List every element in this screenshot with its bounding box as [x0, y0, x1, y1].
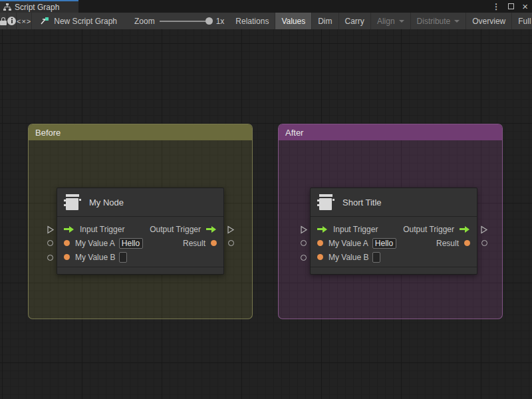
value-b-port[interactable]: My Value B — [317, 253, 368, 262]
node-header[interactable]: My Node — [57, 188, 223, 217]
port-row-triggers: Input Trigger Output Trigger — [64, 222, 217, 236]
relations-toggle[interactable]: Relations — [229, 13, 275, 29]
hierarchy-icon — [3, 3, 11, 11]
value-a-input[interactable] — [372, 238, 396, 249]
value-b-input[interactable] — [119, 252, 127, 263]
group-after-label: After — [285, 128, 303, 138]
align-dropdown[interactable]: Align — [371, 13, 411, 29]
unit-node-icon — [64, 194, 81, 210]
relations-label: Relations — [235, 17, 269, 26]
input-trigger-port[interactable]: Input Trigger — [317, 225, 378, 234]
result-port[interactable]: Result — [183, 239, 217, 248]
output-trigger-label: Output Trigger — [150, 225, 201, 234]
value-port-icon — [464, 240, 470, 246]
value-b-label: My Value B — [329, 253, 368, 262]
output-trigger-label: Output Trigger — [403, 225, 454, 234]
external-result-port[interactable] — [228, 240, 234, 246]
dim-toggle[interactable]: Dim — [312, 13, 338, 29]
external-value-b-port[interactable] — [301, 255, 307, 261]
external-value-a-port[interactable] — [47, 240, 53, 246]
flow-arrow-icon — [460, 226, 470, 233]
result-port[interactable]: Result — [436, 239, 470, 248]
value-port-icon — [64, 254, 70, 260]
value-port-icon — [64, 240, 70, 246]
node-title: Short Title — [342, 198, 382, 207]
graph-canvas[interactable]: Before After My Node Input Tri — [0, 29, 532, 399]
flow-arrow-icon — [317, 226, 328, 233]
zoom-slider[interactable] — [160, 21, 211, 22]
port-row-value-b: My Value B — [317, 250, 470, 264]
external-trigger-in-port[interactable] — [300, 225, 308, 237]
output-trigger-port[interactable]: Output Trigger — [150, 225, 217, 234]
external-value-b-port[interactable] — [47, 255, 53, 261]
group-before-header[interactable]: Before — [29, 124, 252, 140]
unit-node-icon — [317, 194, 334, 210]
input-trigger-port[interactable]: Input Trigger — [64, 225, 124, 234]
port-row-value-b: My Value B — [64, 250, 217, 264]
carry-toggle[interactable]: Carry — [339, 13, 371, 29]
chevron-down-icon — [454, 20, 460, 23]
value-a-label: My Value A — [329, 239, 368, 248]
window-menu-icon[interactable]: ⋮ — [492, 3, 500, 11]
info-icon — [7, 17, 16, 25]
port-row-value-a: My Value A Result — [64, 236, 217, 250]
zoom-control: Zoom 1x — [134, 13, 224, 29]
node-short-title[interactable]: Short Title Input Trigger Output Trigger — [310, 188, 477, 275]
value-port-icon — [317, 240, 323, 246]
close-icon[interactable]: × — [522, 1, 528, 11]
carry-label: Carry — [345, 17, 364, 26]
code-icon: <×> — [17, 17, 31, 25]
node-footer — [57, 267, 223, 274]
external-value-a-port[interactable] — [301, 240, 307, 246]
fullscreen-label: Full Screen — [518, 17, 532, 26]
input-trigger-label: Input Trigger — [80, 225, 124, 234]
group-after-header[interactable]: After — [279, 124, 502, 140]
overview-label: Overview — [472, 17, 505, 26]
lock-button[interactable] — [0, 13, 7, 29]
info-button[interactable] — [7, 13, 17, 29]
external-trigger-in-port[interactable] — [47, 225, 55, 237]
maximize-icon[interactable] — [508, 3, 514, 9]
value-a-port[interactable]: My Value A — [64, 239, 115, 248]
flow-arrow-icon — [64, 226, 74, 233]
value-a-label: My Value A — [75, 239, 115, 248]
script-graph-window: Script Graph ⋮ × <×> New Script Graph Zo… — [0, 0, 532, 399]
values-toggle[interactable]: Values — [275, 13, 312, 29]
window-controls: ⋮ × — [492, 0, 528, 13]
external-result-port[interactable] — [481, 240, 487, 246]
value-a-input[interactable] — [119, 238, 143, 249]
overview-button[interactable]: Overview — [466, 13, 512, 29]
node-ports: Input Trigger Output Trigger My Value A … — [57, 217, 223, 267]
graph-toolbar: <×> New Script Graph Zoom 1x Relations V… — [0, 13, 532, 29]
output-trigger-port[interactable]: Output Trigger — [403, 225, 470, 234]
result-label: Result — [436, 239, 459, 248]
values-label: Values — [281, 17, 305, 26]
value-port-icon — [211, 240, 217, 246]
external-trigger-out-port[interactable] — [227, 225, 235, 237]
tab-script-graph[interactable]: Script Graph — [0, 0, 78, 13]
node-footer — [311, 267, 477, 274]
value-b-label: My Value B — [75, 253, 115, 262]
code-view-button[interactable]: <×> — [17, 13, 32, 29]
fullscreen-button[interactable]: Full Screen — [512, 13, 532, 29]
distribute-label: Distribute — [417, 17, 451, 26]
node-my-node[interactable]: My Node Input Trigger Output Trigger — [57, 188, 224, 275]
node-title: My Node — [89, 198, 124, 207]
port-row-value-a: My Value A Result — [317, 236, 470, 250]
graph-name: New Script Graph — [32, 13, 124, 29]
port-row-triggers: Input Trigger Output Trigger — [317, 222, 470, 236]
graph-name-label: New Script Graph — [54, 17, 117, 26]
external-trigger-out-port[interactable] — [480, 225, 488, 237]
value-a-port[interactable]: My Value A — [317, 239, 368, 248]
value-b-input[interactable] — [372, 252, 380, 263]
lock-icon — [0, 17, 7, 25]
result-label: Result — [183, 239, 205, 248]
flow-arrow-icon — [206, 226, 217, 233]
tab-bar: Script Graph ⋮ × — [0, 0, 532, 13]
zoom-slider-handle[interactable] — [205, 17, 213, 25]
distribute-dropdown[interactable]: Distribute — [411, 13, 467, 29]
value-port-icon — [317, 254, 323, 260]
node-header[interactable]: Short Title — [311, 188, 477, 217]
zoom-value: 1x — [216, 17, 225, 26]
value-b-port[interactable]: My Value B — [64, 253, 115, 262]
